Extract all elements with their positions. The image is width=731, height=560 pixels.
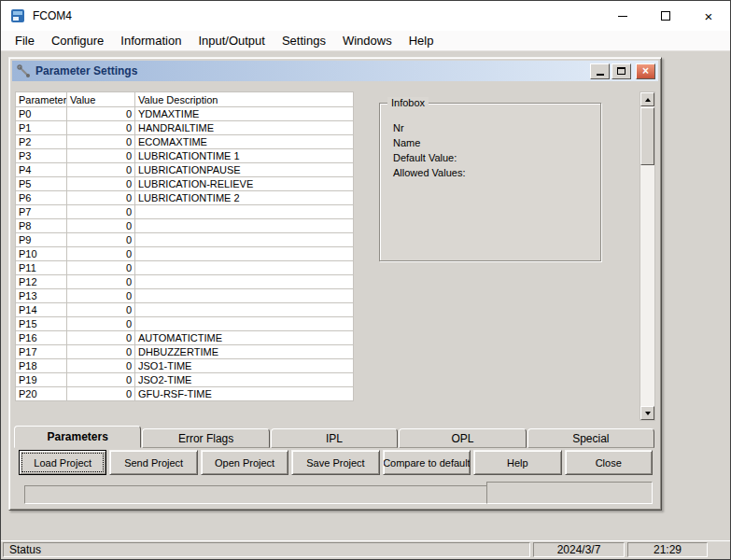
value-cell[interactable]: 0 [67,121,135,135]
value-cell[interactable]: 0 [67,163,135,177]
description-cell[interactable] [135,303,354,317]
param-cell[interactable]: P3 [16,149,67,163]
menu-windows[interactable]: Windows [334,32,401,49]
param-cell[interactable]: P20 [16,387,67,401]
param-cell[interactable]: P2 [16,135,67,149]
value-cell[interactable]: 0 [67,331,135,345]
value-cell[interactable]: 0 [67,149,135,163]
description-cell[interactable]: JSO2-TIME [135,373,354,387]
close-button[interactable]: × [687,1,730,31]
value-cell[interactable]: 0 [67,289,135,303]
value-cell[interactable]: 0 [67,191,135,205]
value-cell[interactable]: 0 [67,219,135,233]
value-cell[interactable]: 0 [67,177,135,191]
description-cell[interactable] [135,233,354,247]
compare-to-default-button[interactable]: Compare to default [383,450,471,475]
menu-information[interactable]: Information [112,32,190,49]
table-row[interactable]: P140 [16,303,354,317]
description-cell[interactable] [135,289,354,303]
description-cell[interactable]: LUBRICATIONTIME 2 [135,191,354,205]
description-cell[interactable] [135,261,354,275]
description-cell[interactable] [135,317,354,331]
close-dialog-button[interactable]: Close [565,450,653,475]
param-cell[interactable]: P19 [16,373,67,387]
tab-ipl[interactable]: IPL [271,428,398,448]
param-cell[interactable]: P13 [16,289,67,303]
dialog-close-button[interactable]: × [636,63,655,79]
value-cell[interactable]: 0 [67,359,135,373]
description-cell[interactable]: GFU-RSF-TIME [135,387,354,401]
table-row[interactable]: P20ECOMAXTIME [16,135,354,149]
scrollbar-thumb[interactable] [640,107,654,165]
table-row[interactable]: P90 [16,233,354,247]
description-cell[interactable]: LUBRICATION-RELIEVE [135,177,354,191]
tab-opl[interactable]: OPL [399,428,526,448]
value-cell[interactable]: 0 [67,303,135,317]
dialog-restore-button[interactable] [612,63,631,79]
table-row[interactable]: P10HANDRAILTIME [16,121,354,135]
description-cell[interactable]: AUTOMATICTIME [135,331,354,345]
load-project-button[interactable]: Load Project [19,450,106,475]
table-row[interactable]: P70 [16,205,354,219]
column-header-value[interactable]: Value [67,92,135,107]
table-row[interactable]: P80 [16,219,354,233]
param-cell[interactable]: P17 [16,345,67,359]
table-row[interactable]: P190JSO2-TIME [16,373,354,387]
param-cell[interactable]: P18 [16,359,67,373]
param-cell[interactable]: P11 [16,261,67,275]
vertical-scrollbar[interactable] [640,91,655,421]
menu-input-output[interactable]: Input/Output [190,32,274,49]
dialog-minimize-button[interactable] [590,63,610,79]
table-row[interactable]: P200GFU-RSF-TIME [16,387,354,401]
value-cell[interactable]: 0 [67,275,135,289]
param-cell[interactable]: P15 [16,317,67,331]
description-cell[interactable]: HANDRAILTIME [135,121,354,135]
menu-help[interactable]: Help [401,32,443,49]
table-row[interactable]: P110 [16,261,354,275]
param-cell[interactable]: P0 [16,107,67,121]
description-cell[interactable]: LUBRICATIONPAUSE [135,163,354,177]
param-cell[interactable]: P10 [16,247,67,261]
description-cell[interactable] [135,275,354,289]
param-cell[interactable]: P8 [16,219,67,233]
value-cell[interactable]: 0 [67,261,135,275]
dialog-titlebar[interactable]: Parameter Settings × [12,61,658,81]
description-cell[interactable]: ECOMAXTIME [135,135,354,149]
maximize-button[interactable] [644,1,687,31]
save-project-button[interactable]: Save Project [291,450,379,475]
scroll-down-button[interactable] [640,406,654,420]
description-cell[interactable] [135,219,354,233]
description-cell[interactable]: JSO1-TIME [135,359,354,373]
table-row[interactable]: P130 [16,289,354,303]
table-row[interactable]: P120 [16,275,354,289]
table-row[interactable]: P30LUBRICATIONTIME 1 [16,149,354,163]
table-row[interactable]: P40LUBRICATIONPAUSE [16,163,354,177]
value-cell[interactable]: 0 [67,373,135,387]
value-cell[interactable]: 0 [67,317,135,331]
value-cell[interactable]: 0 [67,233,135,247]
tab-parameters[interactable]: Parameters [14,426,141,448]
value-cell[interactable]: 0 [67,247,135,261]
description-cell[interactable] [135,247,354,261]
table-row[interactable]: P180JSO1-TIME [16,359,354,373]
description-cell[interactable]: YDMAXTIME [135,107,354,121]
table-row[interactable]: P100 [16,247,354,261]
scroll-up-button[interactable] [640,92,654,106]
value-cell[interactable]: 0 [67,345,135,359]
menu-settings[interactable]: Settings [274,32,334,49]
description-cell[interactable] [135,205,354,219]
table-row[interactable]: P60LUBRICATIONTIME 2 [16,191,354,205]
help-button[interactable]: Help [473,450,561,475]
tab-special[interactable]: Special [527,428,654,448]
description-cell[interactable]: DHBUZZERTIME [135,345,354,359]
table-row[interactable]: P160AUTOMATICTIME [16,331,354,345]
value-cell[interactable]: 0 [67,107,135,121]
param-cell[interactable]: P16 [16,331,67,345]
value-cell[interactable]: 0 [67,205,135,219]
param-cell[interactable]: P7 [16,205,67,219]
table-row[interactable]: P170DHBUZZERTIME [16,345,354,359]
open-project-button[interactable]: Open Project [201,450,288,475]
param-cell[interactable]: P9 [16,233,67,247]
table-row[interactable]: P50LUBRICATION-RELIEVE [16,177,354,191]
column-header-description[interactable]: Value Description [135,92,354,107]
